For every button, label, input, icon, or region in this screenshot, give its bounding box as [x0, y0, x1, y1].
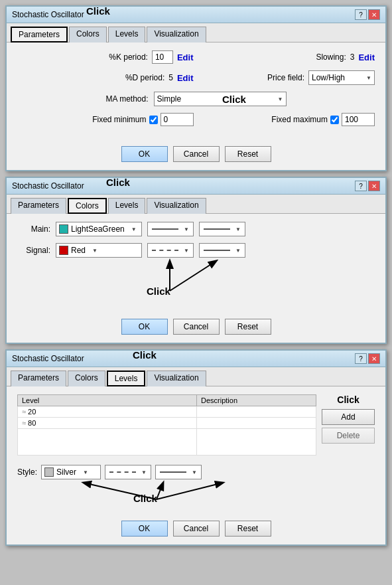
slowing-edit[interactable]: Edit	[358, 52, 375, 62]
level-value-2: 80	[28, 419, 36, 427]
table-row: ≈ 80	[18, 418, 316, 429]
close-button-1[interactable]: ✕	[368, 9, 380, 20]
svg-line-3	[157, 483, 163, 499]
dialog-2-content: Main: LightSeaGreen ▼ ▼ ▼ Signal: Red ▼	[7, 214, 385, 313]
dperiod-value: 5	[168, 73, 173, 82]
tab-3-levels[interactable]: Levels	[107, 371, 146, 386]
levels-content: Level Description ≈ 20	[17, 394, 375, 461]
pricefield-label: Price field:	[267, 73, 304, 82]
help-button-3[interactable]: ?	[355, 353, 367, 364]
tabs-3: Parameters Colors Levels Visualization	[7, 367, 385, 386]
titlebar-1: Stochastic Oscillator ? ✕	[7, 7, 385, 23]
tab-2-levels[interactable]: Levels	[108, 198, 146, 214]
main-color-name: LightSeaGreen	[71, 224, 125, 234]
dialog-3-title: Stochastic Oscillator	[12, 354, 84, 363]
mamethod-row: MA method: Simple Click ▼	[17, 92, 375, 106]
dperiod-edit[interactable]: Edit	[177, 73, 194, 83]
fixedmax-label: Fixed maximum	[271, 115, 328, 124]
close-button-3[interactable]: ✕	[368, 353, 380, 364]
signal-color-swatch	[59, 246, 68, 255]
tab-3-colors[interactable]: Colors	[68, 371, 105, 386]
signal-color-name: Red	[71, 246, 86, 255]
main-linewidth-dropdown[interactable]: ▼	[199, 222, 245, 236]
levels-right: Click Add Delete	[322, 394, 375, 461]
svg-line-1	[170, 261, 216, 291]
tab-1-parameters[interactable]: Parameters	[11, 27, 68, 42]
tab-2-visualization[interactable]: Visualization	[147, 198, 206, 214]
cancel-button-1[interactable]: Cancel	[173, 146, 220, 162]
fixedmin-checkbox[interactable]	[149, 116, 158, 124]
kperiod-edit[interactable]: Edit	[177, 52, 194, 62]
main-linestyle-dropdown[interactable]: ▼	[147, 222, 194, 236]
dialog-1: Stochastic Oscillator ? ✕ Click Paramete…	[5, 5, 387, 171]
level-icon-2: ≈	[22, 419, 26, 427]
cancel-button-3[interactable]: Cancel	[173, 521, 220, 537]
click-annotation-add: Click	[322, 394, 375, 405]
cancel-button-2[interactable]: Cancel	[173, 319, 220, 335]
table-row: ≈ 20	[18, 406, 316, 418]
tab-3-visualization[interactable]: Visualization	[147, 371, 206, 386]
kperiod-row: %K period: Edit Slowing: 3 Edit	[17, 50, 375, 64]
level-icon-1: ≈	[22, 408, 26, 416]
style-color-name: Silver	[56, 467, 76, 477]
tab-1-levels[interactable]: Levels	[108, 27, 146, 42]
slowing-value: 3	[350, 52, 355, 62]
fixedmin-label: Fixed minimum	[92, 115, 146, 124]
ok-button-2[interactable]: OK	[121, 319, 168, 335]
level-desc-2	[197, 418, 316, 429]
main-color-row: Main: LightSeaGreen ▼ ▼ ▼	[17, 222, 375, 236]
levels-arrow-area: Click	[17, 479, 375, 513]
main-color-label: Main:	[17, 224, 50, 234]
close-button-2[interactable]: ✕	[368, 181, 380, 191]
click-label-2: Click	[147, 286, 170, 297]
slowing-label: Slowing:	[316, 52, 346, 62]
ok-button-3[interactable]: OK	[121, 521, 168, 537]
tab-1-visualization[interactable]: Visualization	[147, 27, 206, 42]
dialog-3-buttons: OK Cancel Reset	[7, 515, 385, 544]
main-color-swatch	[59, 224, 68, 234]
tabs-2: Parameters Colors Levels Visualization	[7, 195, 385, 214]
ok-button-1[interactable]: OK	[121, 146, 168, 162]
fixedmin-input[interactable]	[161, 113, 194, 126]
help-button-1[interactable]: ?	[355, 9, 367, 20]
style-section: Style: Silver ▼ ▼ ▼	[17, 465, 375, 513]
tab-2-colors[interactable]: Colors	[68, 198, 107, 214]
mamethod-dropdown[interactable]: Simple Click ▼	[154, 92, 287, 106]
annotation-click-2: Click	[106, 177, 130, 188]
reset-button-2[interactable]: Reset	[225, 319, 271, 335]
tab-3-parameters[interactable]: Parameters	[11, 371, 66, 386]
tab-2-parameters[interactable]: Parameters	[11, 198, 66, 214]
add-button[interactable]: Add	[322, 409, 375, 425]
levels-left: Level Description ≈ 20	[17, 394, 316, 461]
kperiod-input[interactable]	[152, 50, 173, 64]
signal-color-label: Signal:	[17, 246, 50, 255]
mamethod-click-label: Click	[222, 94, 246, 105]
level-value-1: 20	[28, 408, 36, 416]
dialog-3-content: Level Description ≈ 20	[7, 386, 385, 515]
levels-table: Level Description ≈ 20	[17, 394, 316, 456]
fixedmax-input[interactable]	[342, 113, 375, 126]
help-button-2[interactable]: ?	[355, 181, 367, 191]
dperiod-label: %D period:	[125, 73, 164, 82]
titlebar-buttons-3: ? ✕	[355, 353, 380, 364]
dialog-2: Stochastic Oscillator ? ✕ Click Paramete…	[5, 177, 387, 344]
pricefield-dropdown[interactable]: Low/High ▼	[308, 70, 375, 85]
level-desc-1	[197, 406, 316, 418]
col-level: Level	[18, 395, 197, 406]
svg-line-4	[157, 483, 223, 499]
dialog-2-title: Stochastic Oscillator	[12, 181, 84, 191]
reset-button-3[interactable]: Reset	[225, 521, 271, 537]
kperiod-label: %K period:	[109, 52, 148, 62]
titlebar-2: Stochastic Oscillator ? ✕	[7, 178, 385, 195]
main-solid-line	[152, 228, 178, 230]
table-row-empty	[18, 429, 316, 456]
click-label-3: Click	[133, 493, 157, 504]
tab-1-colors[interactable]: Colors	[69, 27, 107, 42]
dialog-1-title: Stochastic Oscillator	[12, 10, 84, 19]
main-color-dropdown[interactable]: LightSeaGreen ▼	[56, 222, 142, 236]
titlebar-buttons-1: ? ✕	[355, 9, 380, 20]
dialog-1-content: %K period: Edit Slowing: 3 Edit %D perio…	[7, 42, 385, 141]
delete-button[interactable]: Delete	[322, 428, 375, 444]
reset-button-1[interactable]: Reset	[225, 146, 271, 162]
fixedmax-checkbox[interactable]	[330, 116, 339, 124]
